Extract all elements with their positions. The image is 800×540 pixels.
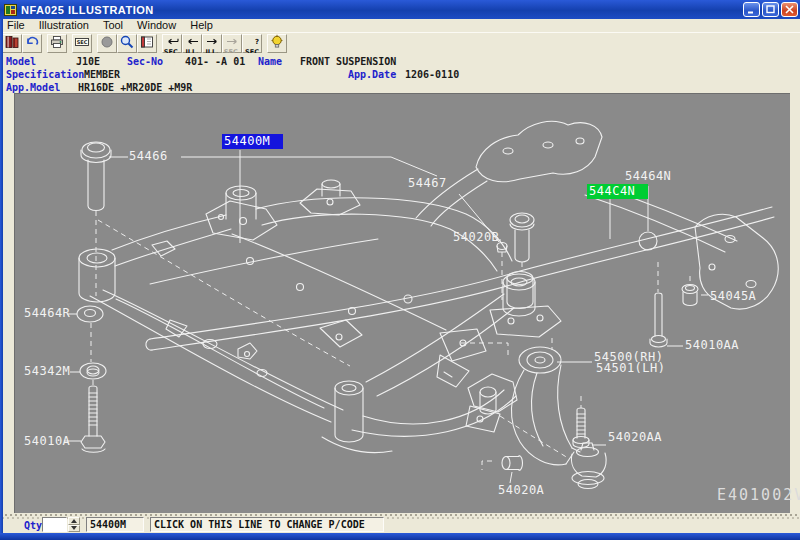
part-label-54342M[interactable]: 54342M	[24, 365, 70, 378]
part-label-54464N[interactable]: 54464N	[625, 170, 671, 183]
qty-step-down-button[interactable]	[68, 525, 80, 533]
selected-part-code-field[interactable]: 54400M	[86, 517, 144, 532]
qty-input[interactable]	[42, 517, 67, 532]
qty-label: Qty	[24, 520, 42, 531]
window-border-left	[0, 19, 3, 540]
part-label-54010AA[interactable]: 54010AA	[685, 339, 739, 352]
part-label-54466[interactable]: 54466	[129, 150, 168, 163]
part-label-54020A[interactable]: 54020A	[498, 484, 544, 497]
application-window: NFA025 ILLUSTRATION FileIllustrationTool…	[0, 0, 800, 540]
qty-step-up-button[interactable]	[68, 517, 80, 525]
part-label-54400M[interactable]: 54400M	[222, 134, 283, 149]
arrow-up-icon	[71, 519, 77, 523]
diagram-ref-code: E401002V	[717, 489, 800, 502]
suspension-line-drawing	[0, 0, 800, 540]
part-label-54045A[interactable]: 54045A	[710, 290, 756, 303]
part-label-54464R[interactable]: 54464R	[24, 307, 70, 320]
part-label-54020AA[interactable]: 54020AA	[608, 431, 662, 444]
part-label-54501LH[interactable]: 54501(LH)	[596, 362, 666, 375]
part-label-54020B[interactable]: 54020B	[453, 231, 499, 244]
part-label-544C4N[interactable]: 544C4N	[587, 184, 648, 199]
qty-stepper	[68, 517, 80, 532]
status-bar: Qty 54400M CLICK ON THIS LINE TO CHANGE …	[0, 519, 800, 533]
part-label-54010A[interactable]: 54010A	[24, 435, 70, 448]
window-border-bottom	[0, 533, 800, 540]
arrow-down-icon	[71, 526, 77, 530]
part-label-54467[interactable]: 54467	[408, 177, 447, 190]
pcode-hint-field[interactable]: CLICK ON THIS LINE TO CHANGE P/CODE	[150, 517, 384, 532]
